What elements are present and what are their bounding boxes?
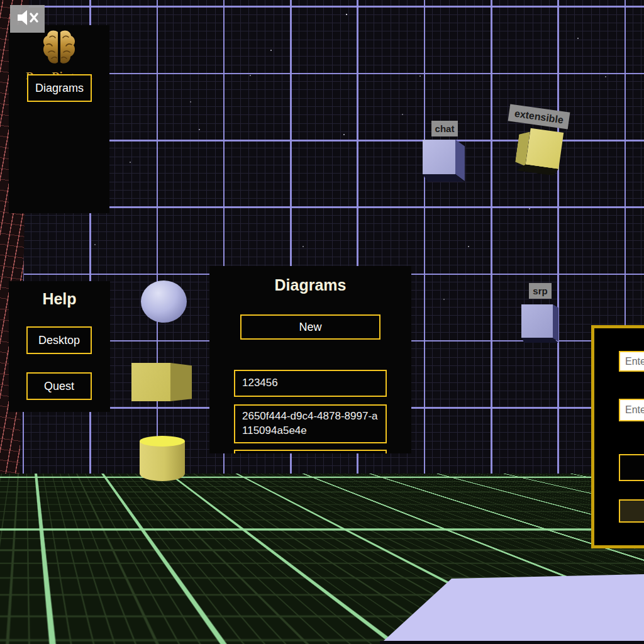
chat-label: chat (431, 121, 458, 136)
chat-cube-node[interactable] (423, 140, 465, 182)
srp-label: srp (529, 283, 552, 299)
lavender-sphere-node[interactable] (141, 280, 187, 323)
properties-panel: Enter Enter (591, 325, 644, 548)
mute-button[interactable] (10, 5, 45, 33)
yellow-cylinder-node[interactable] (140, 441, 185, 481)
gold-brain-logo-icon (41, 28, 77, 70)
panel-button-dark[interactable] (619, 454, 644, 481)
diagram-list-item[interactable]: 2650f444-d9c4-4878-8997-a115094a5e4e (234, 404, 387, 443)
diagrams-panel-title: Diagrams (209, 276, 411, 294)
diagram-list-item[interactable]: 123456 (234, 370, 387, 397)
text-input-field[interactable]: Enter (619, 399, 644, 421)
help-title: Help (9, 290, 110, 308)
muted-speaker-icon (16, 9, 39, 29)
diagrams-panel: Diagrams New 123456 2650f444-d9c4-4878-8… (209, 266, 411, 453)
yellow-cube-node[interactable] (131, 363, 192, 402)
vr-scene: chat extensible srp (0, 0, 644, 644)
diagrams-menu-button[interactable]: Diagrams (27, 74, 92, 102)
brand-panel: Deep Diagram DESIGNER Diagrams (9, 25, 109, 213)
diagram-list-item-clipped[interactable] (234, 450, 387, 453)
text-input-field[interactable]: Enter (619, 351, 644, 372)
srp-cube-node[interactable] (521, 304, 558, 343)
panel-button-olive[interactable] (619, 499, 644, 523)
new-diagram-button[interactable]: New (240, 314, 380, 340)
help-panel: Help Desktop Quest (9, 281, 110, 412)
desktop-help-button[interactable]: Desktop (26, 326, 92, 354)
yellow-cylinder-top (140, 436, 185, 447)
lavender-plane-edge (380, 641, 644, 644)
extensible-cube-node[interactable] (512, 120, 567, 180)
quest-help-button[interactable]: Quest (26, 372, 92, 400)
